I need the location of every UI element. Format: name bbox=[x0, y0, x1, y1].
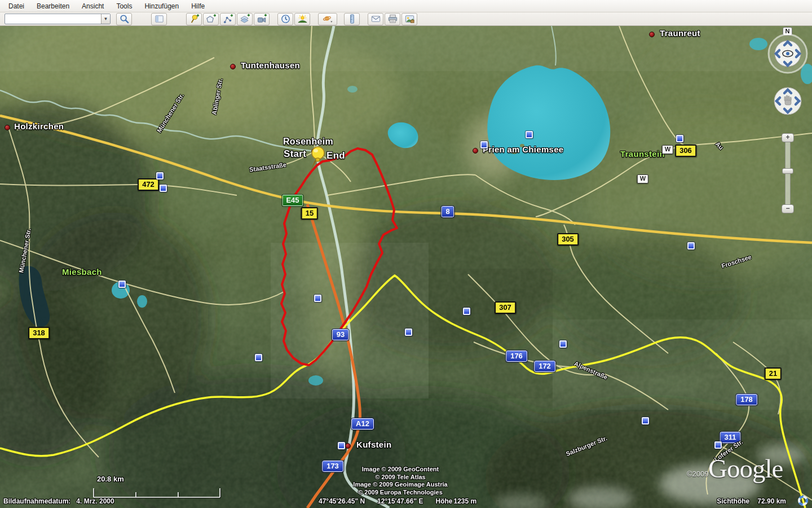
add-placemark-button[interactable] bbox=[186, 13, 202, 25]
zoom-out-button[interactable]: − bbox=[782, 204, 794, 213]
geo-web-marker[interactable] bbox=[314, 295, 321, 302]
place-dot-prien-am-chiemsee[interactable] bbox=[473, 148, 478, 154]
add-polygon-button[interactable] bbox=[203, 13, 219, 25]
add-path-button[interactable] bbox=[220, 13, 236, 25]
email-icon bbox=[370, 14, 381, 24]
chevron-down-icon[interactable]: ▼ bbox=[101, 14, 110, 24]
road-name-froschsee: Froschsee bbox=[721, 253, 752, 269]
road-name-m-nchener-str: Münchener Str. bbox=[17, 228, 32, 273]
road-shield-472: 472 bbox=[138, 178, 159, 191]
road-name-staatsstra-e: Staatsstraße bbox=[249, 161, 286, 173]
email-button[interactable] bbox=[368, 13, 383, 25]
geo-web-marker[interactable] bbox=[526, 131, 533, 138]
add-polygon-icon bbox=[206, 14, 217, 24]
attribution-line: © 2009 Tele Atlas bbox=[324, 474, 476, 481]
zoom-slider[interactable]: + − bbox=[782, 133, 794, 213]
place-dot-holzkirchen[interactable] bbox=[5, 125, 10, 130]
road-shield-307: 307 bbox=[495, 301, 516, 314]
clock-icon bbox=[280, 14, 291, 24]
geo-web-marker[interactable] bbox=[676, 135, 683, 142]
geo-web-marker[interactable] bbox=[480, 141, 488, 148]
place-dot-kufstein[interactable] bbox=[345, 443, 351, 449]
menu-datei[interactable]: Datei bbox=[2, 1, 30, 12]
geo-web-marker[interactable] bbox=[463, 308, 470, 315]
menu-tools[interactable]: Tools bbox=[110, 1, 138, 12]
record-tour-button[interactable] bbox=[254, 13, 270, 25]
search-combobox[interactable]: ▼ bbox=[5, 14, 111, 24]
attribution-line: © 2009 Europa Technologies bbox=[324, 489, 476, 497]
imagery-date-value: 4. Mrz. 2000 bbox=[76, 497, 114, 505]
sidebar-toggle-icon bbox=[154, 14, 165, 24]
road-shield-318: 318 bbox=[28, 327, 50, 339]
place-label-miesbach[interactable]: Miesbach bbox=[62, 267, 102, 277]
historical-imagery-button[interactable] bbox=[277, 13, 293, 25]
menu-hinzuf-gen[interactable]: Hinzufügen bbox=[138, 1, 185, 12]
menu-hilfe[interactable]: Hilfe bbox=[185, 1, 211, 12]
geo-web-marker[interactable] bbox=[118, 281, 126, 288]
google-earth-window: DateiBearbeitenAnsichtToolsHinzufügenHil… bbox=[0, 0, 812, 508]
sun-icon bbox=[297, 14, 308, 24]
road-name-m-nchener-str: Münchener Str. bbox=[156, 92, 185, 134]
road-shield-w: W bbox=[662, 145, 673, 154]
add-image-overlay-button[interactable] bbox=[237, 13, 253, 25]
attribution-line: Image © 2009 GeoContent bbox=[324, 466, 476, 474]
place-label-prien-am-chiemsee[interactable]: Prien am Chiemsee bbox=[483, 144, 564, 154]
road-shield-178: 178 bbox=[736, 394, 757, 405]
sunlight-button[interactable] bbox=[294, 13, 310, 25]
search-input[interactable] bbox=[5, 15, 101, 23]
zoom-in-button[interactable]: + bbox=[782, 133, 794, 142]
longitude-value: 12°15'47.66" E bbox=[377, 497, 423, 505]
google-logo-copyright: ©2009 bbox=[687, 470, 709, 478]
map-viewport[interactable]: TuntenhausenHolzkirchenRosenheimStartEnd… bbox=[0, 26, 812, 508]
menu-ansicht[interactable]: Ansicht bbox=[76, 1, 110, 12]
place-label-holzkirchen[interactable]: Holzkirchen bbox=[14, 121, 64, 131]
attribution-line: Image © 2009 Geoimage Austria bbox=[324, 481, 476, 489]
ruler-button[interactable] bbox=[344, 13, 360, 25]
geo-web-marker[interactable] bbox=[642, 417, 649, 424]
search-button[interactable] bbox=[116, 13, 132, 25]
look-joystick[interactable] bbox=[767, 33, 809, 75]
road-shield-a12: A12 bbox=[351, 418, 374, 430]
road-shield-15: 15 bbox=[301, 207, 318, 220]
save-image-button[interactable] bbox=[401, 13, 417, 25]
sidebar-toggle-button[interactable] bbox=[151, 13, 167, 25]
place-dot-traunreut[interactable] bbox=[649, 32, 655, 37]
menu-bearbeiten[interactable]: Bearbeiten bbox=[30, 1, 76, 12]
geo-web-marker[interactable] bbox=[687, 242, 695, 249]
route-pushpin[interactable] bbox=[302, 144, 329, 174]
place-label-kufstein[interactable]: Kufstein bbox=[356, 440, 391, 449]
road-shield-172: 172 bbox=[534, 361, 555, 372]
road-name-ablinger-str: Ablinger Str. bbox=[210, 78, 223, 115]
geo-web-marker[interactable] bbox=[156, 172, 164, 179]
place-label-traunreut[interactable]: Traunreut bbox=[660, 28, 700, 38]
geo-web-marker[interactable] bbox=[160, 185, 167, 192]
menu-bar: DateiBearbeitenAnsichtToolsHinzufügenHil… bbox=[0, 0, 812, 12]
place-label-traunstein[interactable]: Traunstein bbox=[620, 149, 665, 159]
eye-altitude-value: 72.90 km bbox=[757, 497, 786, 505]
place-label-tuntenhausen[interactable]: Tuntenhausen bbox=[241, 60, 300, 70]
road-shield-176: 176 bbox=[506, 351, 527, 362]
geo-web-marker[interactable] bbox=[255, 354, 262, 361]
save-image-icon bbox=[404, 14, 415, 24]
scale-label: 20.8 km bbox=[97, 475, 124, 483]
road-name-salzburger-str: Salzburger Str. bbox=[565, 435, 608, 457]
streaming-indicator-icon bbox=[797, 495, 809, 506]
geo-web-marker[interactable] bbox=[338, 442, 345, 449]
add-path-icon bbox=[223, 14, 233, 24]
print-button[interactable] bbox=[385, 13, 400, 25]
toolbar: ▼ bbox=[0, 12, 812, 26]
road-shield-93: 93 bbox=[332, 329, 349, 340]
road-shield-e45: E45 bbox=[282, 195, 303, 206]
geo-web-marker[interactable] bbox=[405, 329, 412, 336]
place-dot-tuntenhausen[interactable] bbox=[230, 64, 236, 69]
geo-web-marker[interactable] bbox=[714, 441, 722, 449]
elevation-label: Höhe bbox=[435, 497, 452, 505]
print-icon bbox=[387, 14, 398, 24]
geo-web-marker[interactable] bbox=[559, 340, 567, 348]
status-bar: Bildaufnahmedatum: 4. Mrz. 2000 47°45'26… bbox=[0, 497, 812, 506]
ruler-icon bbox=[347, 14, 358, 24]
planets-button[interactable] bbox=[318, 13, 337, 25]
zoom-handle[interactable] bbox=[782, 168, 793, 174]
imagery-date-label: Bildaufnahmedatum: bbox=[3, 497, 70, 505]
move-joystick[interactable] bbox=[771, 85, 804, 117]
